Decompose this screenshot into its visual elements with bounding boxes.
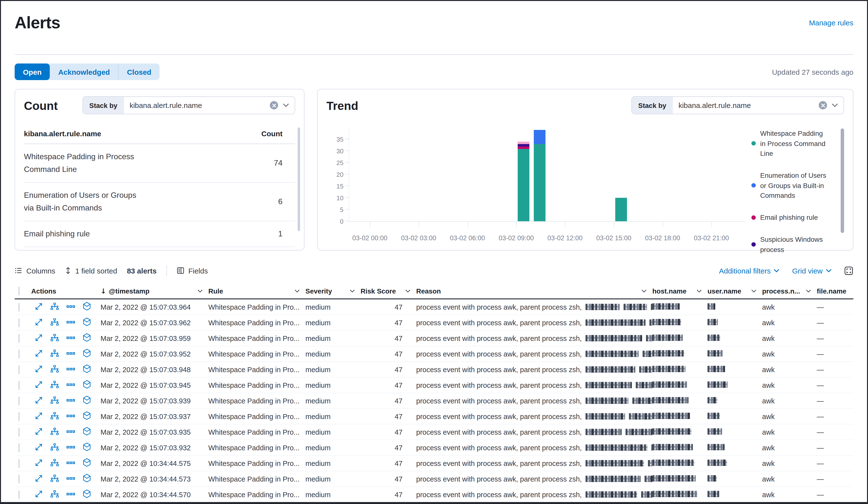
legend-item[interactable]: Email phishing rule	[751, 212, 844, 222]
count-table-row[interactable]: Enumeration of Users or Groups via Built…	[24, 183, 295, 221]
analyze-event-icon[interactable]	[50, 318, 59, 328]
expand-alert-icon[interactable]	[35, 365, 43, 375]
investigate-in-timeline-icon[interactable]	[82, 412, 91, 422]
investigate-in-timeline-icon[interactable]	[82, 333, 91, 344]
additional-filters-button[interactable]: Additional filters	[719, 267, 779, 275]
analyze-event-icon[interactable]	[50, 334, 59, 343]
tab-open[interactable]: Open	[14, 64, 50, 80]
expand-alert-icon[interactable]	[35, 427, 43, 437]
row-checkbox[interactable]	[19, 459, 20, 468]
clear-icon[interactable]	[270, 101, 278, 110]
expand-alert-icon[interactable]	[35, 334, 43, 343]
analyze-event-icon[interactable]	[50, 427, 59, 437]
more-actions-icon[interactable]	[66, 302, 75, 312]
column-header-process-n-[interactable]: process.n...	[762, 288, 817, 295]
legend-item[interactable]: Suspicious Windows process	[751, 235, 844, 254]
investigate-in-timeline-icon[interactable]	[82, 490, 91, 500]
analyze-event-icon[interactable]	[50, 443, 59, 453]
column-menu-chevron-icon[interactable]	[751, 290, 756, 293]
row-checkbox[interactable]	[19, 412, 20, 421]
expand-alert-icon[interactable]	[35, 490, 43, 500]
more-actions-icon[interactable]	[66, 334, 75, 343]
fields-button[interactable]: Fields	[177, 267, 208, 275]
row-checkbox[interactable]	[19, 303, 20, 312]
column-menu-chevron-icon[interactable]	[642, 290, 647, 293]
analyze-event-icon[interactable]	[50, 349, 59, 359]
analyze-event-icon[interactable]	[50, 396, 59, 406]
row-checkbox[interactable]	[19, 319, 20, 327]
investigate-in-timeline-icon[interactable]	[82, 458, 91, 468]
trend-stack-by-select[interactable]: Stack by kibana.alert.rule.name	[631, 97, 844, 114]
count-table-row[interactable]: Email phishing rule1	[24, 221, 295, 247]
analyze-event-icon[interactable]	[50, 474, 59, 484]
chevron-down-icon[interactable]	[283, 104, 289, 107]
column-header-file-name[interactable]: file.name	[817, 288, 855, 295]
row-checkbox[interactable]	[19, 350, 20, 359]
more-actions-icon[interactable]	[66, 365, 75, 375]
analyze-event-icon[interactable]	[50, 490, 59, 500]
column-header-user-name[interactable]: user.name	[707, 288, 762, 295]
sort-fields-button[interactable]: 1 field sorted	[65, 267, 117, 275]
column-menu-chevron-icon[interactable]	[198, 290, 203, 293]
column-menu-chevron-icon[interactable]	[350, 290, 355, 293]
row-checkbox[interactable]	[19, 381, 20, 390]
column-header-actions[interactable]: Actions	[31, 288, 101, 295]
analyze-event-icon[interactable]	[50, 302, 59, 312]
row-checkbox[interactable]	[19, 365, 20, 374]
tab-acknowledged[interactable]: Acknowledged	[50, 64, 118, 80]
column-header-risk-score[interactable]: Risk Score	[361, 288, 416, 295]
investigate-in-timeline-icon[interactable]	[82, 380, 91, 391]
grid-view-button[interactable]: Grid view	[792, 267, 831, 275]
legend-scrollbar[interactable]	[841, 129, 844, 233]
row-checkbox[interactable]	[19, 396, 20, 405]
legend-item[interactable]: Whitespace Padding in Process Command Li…	[751, 129, 844, 159]
expand-alert-icon[interactable]	[35, 396, 43, 406]
count-table-row[interactable]: Whitespace Padding in Process Command Li…	[24, 144, 295, 183]
chevron-down-icon[interactable]	[832, 104, 838, 107]
more-actions-icon[interactable]	[66, 458, 75, 468]
expand-alert-icon[interactable]	[35, 443, 43, 453]
row-checkbox[interactable]	[19, 428, 20, 436]
column-menu-chevron-icon[interactable]	[697, 290, 702, 293]
tab-closed[interactable]: Closed	[118, 64, 159, 80]
more-actions-icon[interactable]	[66, 349, 75, 359]
investigate-in-timeline-icon[interactable]	[82, 349, 91, 359]
more-actions-icon[interactable]	[66, 318, 75, 328]
column-header-severity[interactable]: Severity	[306, 288, 361, 295]
investigate-in-timeline-icon[interactable]	[82, 396, 91, 406]
investigate-in-timeline-icon[interactable]	[82, 318, 91, 328]
analyze-event-icon[interactable]	[50, 365, 59, 375]
column-header-host-name[interactable]: host.name	[652, 288, 707, 295]
columns-button[interactable]: Columns	[14, 267, 55, 275]
investigate-in-timeline-icon[interactable]	[82, 443, 91, 453]
more-actions-icon[interactable]	[66, 381, 75, 390]
more-actions-icon[interactable]	[66, 490, 75, 500]
investigate-in-timeline-icon[interactable]	[82, 302, 91, 312]
select-all-checkbox[interactable]	[19, 287, 20, 296]
investigate-in-timeline-icon[interactable]	[82, 365, 91, 375]
expand-alert-icon[interactable]	[35, 302, 43, 312]
column-header-reason[interactable]: Reason	[416, 288, 652, 295]
expand-alert-icon[interactable]	[35, 458, 43, 468]
column-header-rule[interactable]: Rule	[208, 288, 306, 295]
more-actions-icon[interactable]	[66, 474, 75, 484]
expand-alert-icon[interactable]	[35, 412, 43, 422]
investigate-in-timeline-icon[interactable]	[82, 427, 91, 437]
row-checkbox[interactable]	[19, 490, 20, 499]
investigate-in-timeline-icon[interactable]	[82, 474, 91, 484]
column-menu-chevron-icon[interactable]	[806, 290, 811, 293]
count-table-scrollbar[interactable]	[298, 128, 300, 231]
row-checkbox[interactable]	[19, 443, 20, 452]
more-actions-icon[interactable]	[66, 443, 75, 453]
analyze-event-icon[interactable]	[50, 458, 59, 468]
more-actions-icon[interactable]	[66, 412, 75, 422]
column-header--timestamp[interactable]: ↓@timestamp	[101, 288, 208, 295]
row-checkbox[interactable]	[19, 334, 20, 343]
expand-alert-icon[interactable]	[35, 318, 43, 328]
more-actions-icon[interactable]	[66, 396, 75, 406]
manage-rules-link[interactable]: Manage rules	[809, 19, 854, 27]
clear-icon[interactable]	[819, 101, 827, 110]
column-menu-chevron-icon[interactable]	[295, 290, 300, 293]
expand-alert-icon[interactable]	[35, 474, 43, 484]
analyze-event-icon[interactable]	[50, 381, 59, 390]
